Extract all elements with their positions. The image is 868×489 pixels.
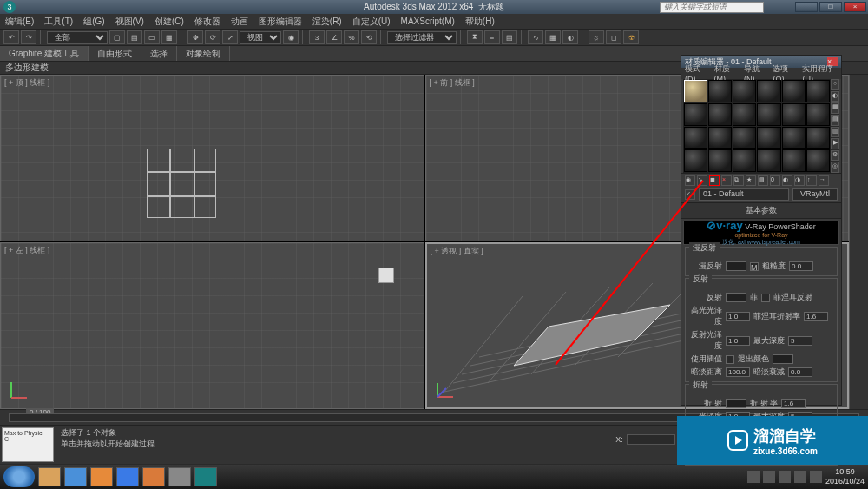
fresnel-checkbox[interactable]	[761, 294, 770, 302]
maximize-button[interactable]: □	[819, 2, 842, 12]
spinner-snap-button[interactable]: ⟲	[361, 30, 377, 44]
sample-type-button[interactable]: ○	[831, 79, 839, 90]
menu-customize[interactable]: 自定义(U)	[352, 16, 391, 28]
taskbar-clock[interactable]: 10:592016/10/24	[825, 467, 865, 486]
angle-snap-button[interactable]: ∠	[326, 30, 342, 44]
taskbar-wmp-icon[interactable]	[90, 467, 113, 486]
transform-x-input[interactable]	[627, 434, 675, 445]
hilight-gloss-spinner[interactable]: 1.0	[726, 312, 750, 321]
start-button[interactable]	[3, 466, 35, 487]
material-slot[interactable]	[733, 127, 756, 149]
select-by-name-button[interactable]: ▤	[127, 30, 142, 44]
dim-dist-spinner[interactable]: 100.0	[726, 367, 750, 377]
material-slot[interactable]	[806, 127, 830, 149]
material-slot[interactable]	[708, 103, 732, 126]
percent-snap-button[interactable]: %	[344, 30, 359, 44]
command-panel[interactable]	[849, 75, 868, 409]
show-in-viewport-button[interactable]: ◐	[782, 175, 792, 186]
refl-exit-color-swatch[interactable]	[773, 354, 793, 364]
backlight-button[interactable]: ◐	[831, 91, 839, 102]
dim-falloff-spinner[interactable]: 0.0	[788, 367, 812, 377]
put-to-library-button[interactable]: ▤	[758, 175, 768, 186]
schematic-view-button[interactable]: ▦	[545, 30, 561, 44]
render-setup-button[interactable]: ☼	[589, 30, 604, 44]
material-slot[interactable]	[708, 80, 732, 102]
help-search-input[interactable]	[660, 2, 764, 13]
curve-editor-button[interactable]: ∿	[528, 30, 543, 44]
go-to-parent-button[interactable]: ↑	[806, 175, 817, 186]
tray-icon[interactable]	[794, 471, 806, 483]
material-slot[interactable]	[708, 127, 732, 149]
taskbar-3dsmax-icon[interactable]	[194, 467, 217, 486]
viewport-left-label[interactable]: [ + 左 ] 线框 ]	[4, 245, 49, 256]
menu-animation[interactable]: 动画	[231, 16, 248, 28]
material-slot[interactable]	[757, 80, 780, 102]
taskbar-browser-icon[interactable]	[116, 467, 139, 486]
window-crossing-button[interactable]: ▦	[161, 30, 177, 44]
tray-icon[interactable]	[779, 471, 791, 483]
viewport-front-label[interactable]: [ + 前 ] 线框 ]	[430, 77, 475, 89]
redo-button[interactable]: ↷	[21, 30, 36, 44]
select-object-button[interactable]: ▢	[109, 30, 125, 44]
taskbar-app-icon[interactable]	[168, 467, 191, 486]
sample-uv-button[interactable]: ▤	[831, 115, 839, 126]
refl-maxdepth-spinner[interactable]: 5	[788, 336, 812, 346]
material-slot[interactable]	[782, 149, 806, 172]
viewport-top-label[interactable]: [ + 顶 ] 线框 ]	[4, 77, 49, 89]
material-slot[interactable]	[684, 127, 707, 149]
taskbar-ie-icon[interactable]	[64, 467, 87, 486]
background-button[interactable]: ▦	[831, 102, 839, 114]
material-id-button[interactable]: 0	[770, 175, 780, 186]
rectangular-selection-button[interactable]: ▭	[144, 30, 160, 44]
menu-tools[interactable]: 工具(T)	[44, 16, 73, 28]
maxscript-mini-listener[interactable]: Max to PhysicC	[2, 427, 54, 462]
menu-modifiers[interactable]: 修改器	[194, 16, 220, 28]
roughness-spinner[interactable]: 0.0	[789, 261, 813, 271]
material-slot-active[interactable]	[684, 80, 707, 102]
render-button[interactable]: ☢	[623, 30, 639, 44]
fresnel-ior-spinner[interactable]: 1.6	[804, 312, 828, 321]
close-button[interactable]: ×	[844, 2, 866, 12]
graphite-tab-objectpaint[interactable]: 对象绘制	[177, 46, 230, 61]
menu-maxscript[interactable]: MAXScript(M)	[401, 17, 455, 26]
tray-volume-icon[interactable]	[810, 471, 822, 483]
pivot-center-button[interactable]: ◉	[283, 30, 299, 44]
align-button[interactable]: ≡	[484, 30, 500, 44]
move-button[interactable]: ✥	[187, 30, 203, 44]
ref-coord-dropdown[interactable]: 视图	[240, 31, 281, 44]
make-unique-button[interactable]: ★	[746, 175, 756, 186]
named-selection-dropdown[interactable]: 选择过滤器	[387, 31, 457, 44]
graphite-tab-freeform[interactable]: 自由形式	[89, 46, 141, 61]
menu-edit[interactable]: 编辑(E)	[5, 16, 34, 28]
menu-group[interactable]: 组(G)	[83, 16, 104, 28]
selection-filter-dropdown[interactable]: 全部	[47, 31, 108, 44]
material-slot[interactable]	[806, 80, 830, 102]
graphite-tab-modeling[interactable]: Graphite 建模工具	[0, 46, 89, 61]
menu-views[interactable]: 视图(V)	[115, 16, 144, 28]
go-forward-button[interactable]: →	[819, 175, 829, 186]
show-end-result-button[interactable]: ◑	[794, 175, 805, 186]
tray-icon[interactable]	[763, 471, 775, 483]
material-slot[interactable]	[733, 149, 756, 172]
menu-help[interactable]: 帮助(H)	[465, 16, 495, 28]
taskbar-photo-icon[interactable]	[142, 467, 165, 486]
refraction-color-swatch[interactable]	[726, 399, 746, 408]
material-slot[interactable]	[782, 103, 806, 126]
render-frame-button[interactable]: ◻	[606, 30, 621, 44]
viewport-left[interactable]: [ + 左 ] 线框 ]	[0, 242, 424, 409]
menu-rendering[interactable]: 渲染(R)	[312, 16, 342, 28]
menu-create[interactable]: 创建(C)	[155, 16, 184, 28]
mirror-button[interactable]: ⧗	[467, 30, 483, 44]
material-slot[interactable]	[757, 149, 780, 172]
undo-button[interactable]: ↶	[3, 30, 19, 44]
app-logo[interactable]: 3	[3, 1, 16, 13]
make-copy-button[interactable]: ⧉	[733, 175, 744, 186]
material-type-button[interactable]: VRayMtl	[792, 188, 838, 201]
rotate-button[interactable]: ⟳	[205, 30, 220, 44]
material-slot[interactable]	[757, 127, 780, 149]
make-preview-button[interactable]: ▶	[831, 138, 839, 149]
ior-spinner[interactable]: 1.6	[781, 399, 806, 408]
layer-manager-button[interactable]: ▤	[502, 30, 517, 44]
snap-toggle-button[interactable]: 3	[309, 30, 325, 44]
video-check-button[interactable]: ▥	[831, 127, 839, 138]
